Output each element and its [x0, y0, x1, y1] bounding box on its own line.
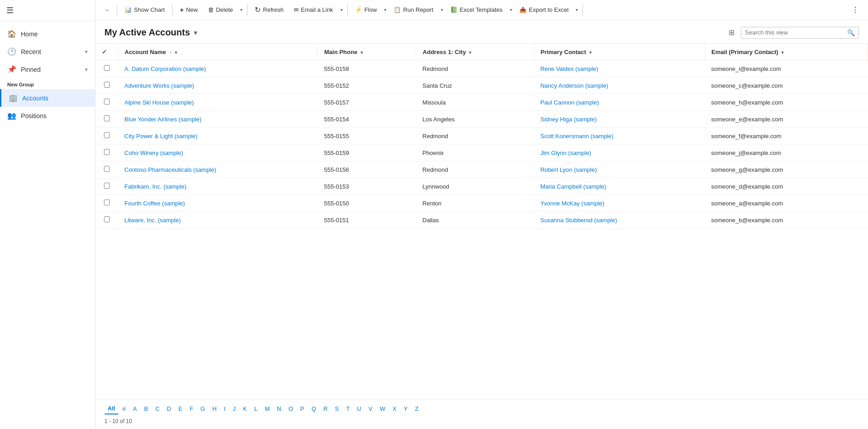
row-checkbox[interactable] [95, 212, 118, 229]
contact-cell[interactable]: Rene Valdes (sample) [534, 60, 705, 77]
sidebar-item-positions[interactable]: Positions [0, 107, 95, 125]
sidebar-item-pinned[interactable]: Pinned ▾ [0, 60, 95, 78]
excel-templates-button[interactable]: 📗 Excel Templates [446, 4, 507, 16]
email-chevron-icon[interactable]: ▾ [339, 5, 345, 15]
view-title-chevron-icon[interactable]: ▾ [194, 29, 197, 36]
alpha-item-u[interactable]: U [354, 404, 364, 414]
alpha-item-#[interactable]: # [119, 404, 129, 414]
alpha-item-g[interactable]: G [197, 404, 208, 414]
email-link-button[interactable]: ✉ Email a Link [289, 4, 338, 16]
alpha-item-e[interactable]: E [175, 404, 186, 414]
export-excel-button[interactable]: 📤 Export to Excel [515, 4, 573, 16]
alpha-item-z[interactable]: Z [412, 404, 422, 414]
alpha-item-v[interactable]: V [365, 404, 376, 414]
alpha-item-d[interactable]: D [164, 404, 174, 414]
alpha-item-c[interactable]: C [152, 404, 163, 414]
alpha-item-q[interactable]: Q [308, 404, 319, 414]
row-checkbox[interactable] [95, 111, 118, 128]
account-name-cell[interactable]: Contoso Pharmaceuticals (sample) [118, 161, 318, 178]
sidebar-item-accounts[interactable]: Accounts [0, 89, 95, 107]
contact-cell[interactable]: Yvonne McKay (sample) [534, 195, 705, 212]
excel-templates-chevron-icon[interactable]: ▾ [508, 5, 514, 15]
account-name-cell[interactable]: City Power & Light (sample) [118, 128, 318, 145]
alpha-item-i[interactable]: I [221, 404, 229, 414]
back-button[interactable]: ← [101, 4, 114, 16]
search-icon[interactable]: 🔍 [847, 29, 855, 36]
alpha-item-k[interactable]: K [240, 404, 250, 414]
contact-cell[interactable]: Robert Lyon (sample) [534, 161, 705, 178]
alpha-item-h[interactable]: H [209, 404, 220, 414]
alpha-item-a[interactable]: A [130, 404, 140, 414]
sidebar-item-home[interactable]: Home [0, 25, 95, 43]
show-chart-button[interactable]: 📊 Show Chart [120, 4, 169, 16]
row-checkbox[interactable] [95, 161, 118, 178]
account-name-cell[interactable]: Adventure Works (sample) [118, 77, 318, 94]
row-checkbox[interactable] [95, 94, 118, 111]
flow-button[interactable]: ⚡ Flow [350, 4, 381, 16]
account-name-cell[interactable]: Blue Yonder Airlines (sample) [118, 111, 318, 128]
account-name-cell[interactable]: A. Datum Corporation (sample) [118, 60, 318, 77]
alpha-item-s[interactable]: S [332, 404, 342, 414]
contact-cell[interactable]: Sidney Higa (sample) [534, 111, 705, 128]
contact-cell[interactable]: Nancy Anderson (sample) [534, 77, 705, 94]
hamburger-icon[interactable]: ☰ [6, 5, 14, 15]
alpha-item-m[interactable]: M [261, 404, 273, 414]
check-mark [102, 49, 107, 55]
flow-chevron-icon[interactable]: ▾ [382, 5, 388, 15]
row-checkbox[interactable] [95, 128, 118, 145]
select-all-checkbox[interactable] [95, 44, 118, 60]
alpha-item-j[interactable]: J [230, 404, 239, 414]
contact-cell[interactable]: Susanna Stubberod (sample) [534, 212, 705, 229]
col-city[interactable]: Address 1: City ▾ [416, 44, 534, 60]
col-main-phone[interactable]: Main Phone ▾ [318, 44, 416, 60]
col-chevron-icon: ▾ [360, 50, 363, 55]
filter-icon[interactable]: ⊞ [727, 26, 736, 39]
account-name-cell[interactable]: Alpine Ski House (sample) [118, 94, 318, 111]
col-email[interactable]: Email (Primary Contact) ▾ [705, 44, 868, 60]
plus-icon: + [180, 6, 184, 14]
col-account-name[interactable]: Account Name ↑ ▾ [118, 44, 318, 60]
run-report-button[interactable]: 📋 Run Report [389, 4, 438, 16]
col-primary-contact[interactable]: Primary Contact ▾ [534, 44, 705, 60]
account-name-cell[interactable]: Fabrikam, Inc. (sample) [118, 178, 318, 195]
alpha-item-p[interactable]: P [297, 404, 308, 414]
sidebar-item-recent[interactable]: Recent ▾ [0, 43, 95, 60]
delete-chevron-icon[interactable]: ▾ [238, 5, 244, 15]
alpha-item-o[interactable]: O [285, 404, 296, 414]
delete-button[interactable]: 🗑 Delete [203, 4, 238, 16]
row-checkbox[interactable] [95, 145, 118, 161]
search-input[interactable] [745, 29, 844, 36]
row-checkbox[interactable] [95, 60, 118, 77]
row-checkbox[interactable] [95, 178, 118, 195]
account-name-cell[interactable]: Fourth Coffee (sample) [118, 195, 318, 212]
phone-cell: 555-0155 [318, 128, 416, 145]
contact-cell[interactable]: Paul Cannon (sample) [534, 94, 705, 111]
report-chevron-icon[interactable]: ▾ [439, 5, 445, 15]
row-checkbox[interactable] [95, 77, 118, 94]
contact-cell[interactable]: Maria Campbell (sample) [534, 178, 705, 195]
account-name-cell[interactable]: Coho Winery (sample) [118, 145, 318, 161]
alpha-item-y[interactable]: Y [400, 404, 411, 414]
phone-cell: 555-0154 [318, 111, 416, 128]
alpha-item-w[interactable]: W [376, 404, 388, 414]
account-name-cell[interactable]: Litware, Inc. (sample) [118, 212, 318, 229]
row-checkbox[interactable] [95, 195, 118, 212]
email-cell: someone_f@example.com [705, 128, 868, 145]
alpha-item-all[interactable]: All [104, 403, 118, 414]
phone-cell: 555-0157 [318, 94, 416, 111]
alpha-item-x[interactable]: X [390, 404, 400, 414]
table-row: Fourth Coffee (sample) 555-0150 Renton Y… [95, 195, 868, 212]
alpha-item-f[interactable]: F [187, 404, 197, 414]
contact-cell[interactable]: Scott Konersmann (sample) [534, 128, 705, 145]
sidebar-item-label: Positions [21, 112, 88, 120]
alpha-item-l[interactable]: L [251, 404, 261, 414]
alpha-item-t[interactable]: T [343, 404, 353, 414]
export-chevron-icon[interactable]: ▾ [574, 5, 580, 15]
more-options-button[interactable]: ⋮ [848, 3, 863, 17]
alpha-item-n[interactable]: N [274, 404, 284, 414]
contact-cell[interactable]: Jim Glynn (sample) [534, 145, 705, 161]
refresh-button[interactable]: ↻ Refresh [250, 3, 288, 17]
alpha-item-b[interactable]: B [141, 404, 152, 414]
alpha-item-r[interactable]: R [320, 404, 330, 414]
new-button[interactable]: + New [175, 3, 202, 16]
